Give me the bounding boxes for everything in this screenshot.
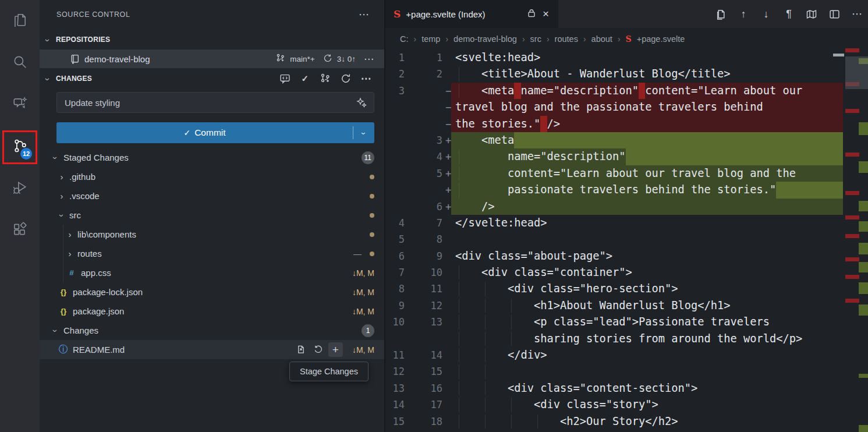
code-line[interactable]: 69<div class="about-page"> <box>385 248 868 264</box>
new-line-number: 1 <box>409 49 442 66</box>
code-line[interactable]: 1316 <div class="content-section"> <box>385 380 868 396</box>
previous-change-icon[interactable]: ↑ <box>737 8 750 20</box>
code-line[interactable]: 710 <div class="container"> <box>385 264 868 281</box>
repository-row[interactable]: demo-travel-blog main*+ 3↓ 0↑ ⋯ <box>40 49 384 68</box>
commit-message-input[interactable]: Update styling <box>56 92 374 113</box>
breadcrumb-item[interactable]: C: <box>400 34 409 44</box>
code-line[interactable]: + passionate travelers behind the storie… <box>385 182 868 198</box>
code-text: <div class="hero-section"> <box>455 281 843 297</box>
old-line-number: 4 <box>385 215 405 231</box>
code-line[interactable]: 22 <title>About - Wanderlust Blog</title… <box>385 66 868 82</box>
code-line[interactable]: 47</svelte:head> <box>385 215 868 231</box>
commit-check-icon[interactable]: ✓ <box>299 72 311 85</box>
list-item-routes[interactable]: ›routes— <box>40 244 384 263</box>
whitespace-icon[interactable]: ¶ <box>782 8 795 20</box>
modified-dot <box>370 213 374 218</box>
sidebar-item-run-debug[interactable] <box>0 175 40 203</box>
breadcrumb-item[interactable]: +page.svelte <box>637 34 685 44</box>
code-line[interactable]: sharing stories from around the world</p… <box>385 331 868 347</box>
chevron-down-icon: › <box>43 37 53 44</box>
sidebar-item-chat[interactable] <box>0 91 40 119</box>
new-line-number: 4 <box>409 148 442 165</box>
repositories-section-header[interactable]: › REPOSITORIES <box>40 31 384 48</box>
commit-dropdown-button[interactable]: › <box>353 129 374 137</box>
debug-icon <box>12 180 27 197</box>
old-line-number: 1 <box>385 49 405 66</box>
open-changes-icon[interactable] <box>714 9 727 20</box>
sidebar-item-extensions[interactable] <box>0 217 40 245</box>
code-text: <h1>About Wanderlust Blog</h1> <box>455 298 843 314</box>
code-line[interactable]: 3− <meta name="description" content="Lea… <box>385 83 868 99</box>
changes-section-header[interactable]: › CHANGES ✓ ⋯ <box>40 70 384 87</box>
code-line[interactable]: 58 <box>385 231 868 247</box>
diff-sign: − <box>444 99 453 115</box>
sidebar-item-explorer[interactable] <box>0 7 40 35</box>
refresh-icon[interactable] <box>339 72 352 85</box>
overview-ruler[interactable] <box>833 0 868 432</box>
code-line[interactable]: 1215 <box>385 363 868 380</box>
chevron-right-icon: › <box>58 172 65 182</box>
list-item-readme.md[interactable]: ⓘREADME.md+↓M, M <box>40 340 384 359</box>
breadcrumb-item[interactable]: about <box>591 34 612 44</box>
repo-name: demo-travel-blog <box>84 54 150 64</box>
branch-plus-icon[interactable] <box>319 72 332 85</box>
next-change-icon[interactable]: ↓ <box>760 8 773 20</box>
code-line[interactable]: 912 <h1>About Wanderlust Blog</h1> <box>385 298 868 314</box>
old-line-number: 6 <box>385 248 405 264</box>
breadcrumb-item[interactable]: demo-travel-blog <box>454 34 517 44</box>
code-line[interactable]: 4+ name="description" <box>385 148 868 165</box>
chevron-down-icon: › <box>57 212 67 219</box>
sparkle-icon[interactable] <box>356 97 367 108</box>
generate-commit-message-icon[interactable] <box>278 72 291 85</box>
code-line[interactable]: 1417 <div class="story"> <box>385 396 868 413</box>
repo-icon <box>70 54 80 64</box>
git-status: ↓M, M <box>352 288 374 297</box>
list-item-package-lock.json[interactable]: {}package-lock.json↓M, M <box>40 282 384 302</box>
code-line[interactable]: 1518 <h2>Our Story</h2> <box>385 413 868 430</box>
list-item-.github[interactable]: ›.github <box>40 167 384 186</box>
more-actions-icon[interactable]: ⋯ <box>360 72 373 85</box>
list-item-app.css[interactable]: #app.css↓M, M <box>40 263 384 282</box>
code-line[interactable]: 1013 <p class="lead">Passionate traveler… <box>385 314 868 330</box>
list-item-src[interactable]: ›src <box>40 206 384 225</box>
ruler-deleted-mark <box>845 234 859 238</box>
code-line[interactable]: 811 <div class="hero-section"> <box>385 281 868 297</box>
stage-changes-tooltip: Stage Changes <box>289 362 369 381</box>
changes-list-header[interactable]: ›Changes1 <box>40 321 384 340</box>
repo-more-icon[interactable]: ⋯ <box>364 53 374 65</box>
close-icon[interactable]: × <box>541 8 550 20</box>
map-icon[interactable] <box>805 9 818 20</box>
source-control-sidebar: SOURCE CONTROL ⋯ › REPOSITORIES demo-tra… <box>40 0 384 432</box>
breadcrumb-item[interactable]: routes <box>555 34 578 44</box>
tab-page-svelte[interactable]: S +page.svelte (Index) × <box>385 0 558 28</box>
discard-icon[interactable] <box>311 342 325 357</box>
open-file-icon[interactable] <box>293 342 308 357</box>
code-line[interactable]: 6+ /> <box>385 199 868 215</box>
more-actions-icon[interactable]: ⋯ <box>359 8 369 21</box>
breadcrumb-item[interactable]: temp <box>421 34 440 44</box>
stage-icon[interactable]: + <box>328 342 343 357</box>
sidebar-item-search[interactable] <box>0 49 40 77</box>
list-item-package.json[interactable]: {}package.json↓M, M <box>40 302 384 321</box>
new-line-number: 18 <box>409 413 442 430</box>
list-item-lib-components[interactable]: ›lib\components <box>40 225 384 244</box>
code-segment: <div class="about-page"> <box>455 248 612 264</box>
staged-changes-header[interactable]: ›Staged Changes11 <box>40 148 384 167</box>
chevron-down-icon: › <box>43 76 53 83</box>
code-line[interactable]: 1114 </div> <box>385 347 868 363</box>
sidebar-item-source-control[interactable]: 12 <box>0 133 40 161</box>
code-text: <title>About - Wanderlust Blog</title> <box>455 66 843 82</box>
commit-button[interactable]: ✓Commit › <box>56 122 374 143</box>
sync-counts[interactable]: 3↓ 0↑ <box>337 55 356 63</box>
new-line-number: 2 <box>409 66 442 82</box>
code-line[interactable]: −the stories." /> <box>385 116 868 132</box>
list-item-.vscode[interactable]: ›.vscode <box>40 186 384 206</box>
code-line[interactable]: 11<svelte:head> <box>385 49 868 66</box>
chevron-right-icon: › <box>414 34 417 44</box>
code-line[interactable]: −travel blog and the passionate traveler… <box>385 99 868 115</box>
branch-name[interactable]: main*+ <box>290 55 314 63</box>
breadcrumb-item[interactable]: src <box>530 34 541 44</box>
code-text: <svelte:head> <box>455 49 843 66</box>
code-line[interactable]: 5+ content="Learn about our travel blog … <box>385 165 868 182</box>
code-line[interactable]: 3+ <meta <box>385 132 868 148</box>
